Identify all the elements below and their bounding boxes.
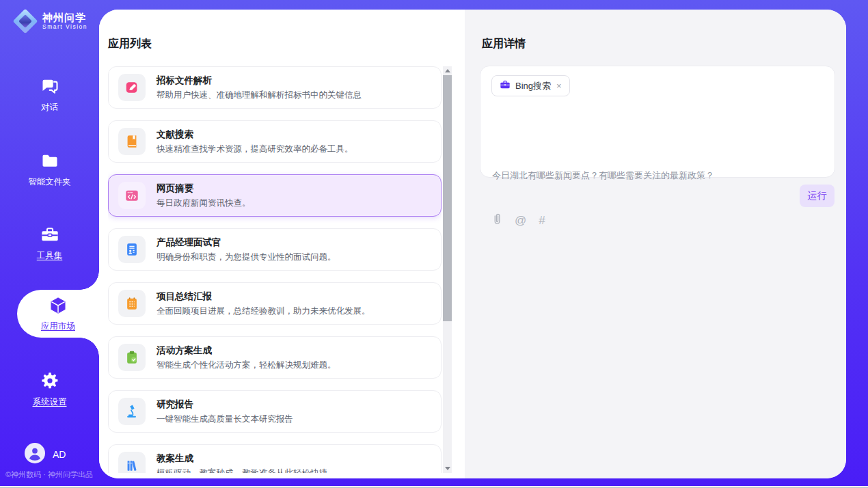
app-card-title: 文献搜索 — [157, 128, 353, 141]
sidebar-item-label: 工具集 — [37, 250, 63, 262]
app-card-pm-interviewer[interactable]: 产品经理面试官 明确身份和职责，为您提供专业性的面试问题。 — [108, 228, 442, 271]
app-list: 招标文件解析 帮助用户快速、准确地理解和解析招标书中的关键信息 文献搜索 — [108, 66, 442, 473]
app-list-title: 应用列表 — [108, 37, 152, 51]
app-card-desc: 每日政府新闻资讯快查。 — [157, 198, 251, 209]
app-list-scrollbar[interactable] — [443, 66, 452, 473]
app-card-title: 项目总结汇报 — [157, 290, 370, 303]
app-card-title: 招标文件解析 — [157, 74, 362, 87]
app-card-desc: 一键智能生成高质量长文本研究报告 — [157, 414, 293, 425]
app-card-title: 活动方案生成 — [157, 344, 336, 357]
at-icon[interactable]: @ — [515, 215, 526, 226]
doc-edit-icon — [118, 74, 146, 101]
sidebar-item-label: 对话 — [41, 102, 58, 113]
close-icon[interactable]: × — [556, 81, 562, 91]
user-account[interactable]: AD — [25, 443, 66, 466]
scrollbar-down-arrow[interactable] — [443, 464, 452, 473]
app-detail-title: 应用详情 — [482, 37, 526, 51]
chat-icon — [40, 77, 59, 98]
briefcase-icon — [500, 79, 511, 93]
books-icon — [118, 452, 146, 473]
notepad-icon — [118, 290, 146, 317]
avatar — [25, 443, 45, 466]
app-card-desc: 全面回顾项目进展，总结经验教训，助力未来优化发展。 — [157, 306, 370, 317]
sidebar-item-settings[interactable]: 系统设置 — [0, 371, 99, 408]
app-card-project-summary[interactable]: 项目总结汇报 全面回顾项目进展，总结经验教训，助力未来优化发展。 — [108, 282, 442, 325]
interview-doc-icon — [118, 236, 146, 263]
run-button[interactable]: 运行 — [800, 185, 835, 207]
tool-tag-bing-search[interactable]: Bing搜索 × — [491, 75, 570, 96]
app-card-title: 教案生成 — [157, 452, 327, 465]
sidebar-footer-credit: ©神州数码 · 神州问学出品 — [5, 470, 93, 480]
brand-subtitle: Smart Vision — [42, 24, 87, 30]
app-card-desc: 快速精准查找学术资源，提高研究效率的必备工具。 — [157, 144, 353, 155]
cube-icon — [49, 296, 68, 318]
paperclip-icon[interactable] — [492, 213, 502, 228]
sidebar-item-label: 应用市场 — [41, 321, 75, 332]
app-card-desc: 帮助用户快速、准确地理解和解析招标书中的关键信息 — [157, 90, 362, 101]
app-list-pane: 应用列表 招标文件解析 帮助用户快速、准确地理解和解析招标书中的关键信息 — [99, 10, 465, 478]
sidebar-item-label: 系统设置 — [33, 396, 67, 408]
composer-toolbar: @ # — [492, 213, 545, 228]
sidebar-item-toolset[interactable]: 工具集 — [0, 225, 99, 262]
tab-curve-top — [80, 271, 99, 290]
app-card-web-summary[interactable]: 网页摘要 每日政府新闻资讯快查。 — [108, 174, 442, 217]
app-card-event-plan[interactable]: 活动方案生成 智能生成个性化活动方案，轻松解决规划难题。 — [108, 336, 442, 379]
app-card-desc: 明确身份和职责，为您提供专业性的面试问题。 — [157, 252, 336, 263]
app-card-title: 网页摘要 — [157, 182, 251, 195]
microscope-icon — [118, 398, 146, 425]
app-shell: 神州问学 Smart Vision 对话 智能文件夹 — [0, 0, 868, 486]
brand-name: 神州问学 — [42, 12, 87, 23]
sidebar-active-tab: 应用市场 — [17, 290, 99, 338]
scrollbar-thumb[interactable] — [443, 75, 452, 321]
sidebar-item-chat[interactable]: 对话 — [0, 77, 99, 113]
sidebar-item-label: 智能文件夹 — [28, 176, 71, 188]
app-detail-pane: 应用详情 Bing搜索 × 今日湖北有哪些新闻要点？有哪些需要关注的最新政 — [465, 10, 846, 478]
brand-logo: 神州问学 Smart Vision — [14, 10, 87, 33]
folder-icon — [40, 151, 59, 173]
hash-icon[interactable]: # — [539, 215, 545, 226]
book-icon — [118, 128, 146, 155]
tab-curve-bottom — [80, 338, 99, 357]
gear-icon — [40, 371, 59, 393]
app-card-bid-doc-analysis[interactable]: 招标文件解析 帮助用户快速、准确地理解和解析招标书中的关键信息 — [108, 66, 442, 109]
brand-diamond-icon — [14, 10, 37, 33]
app-card-research-report[interactable]: 研究报告 一键智能生成高质量长文本研究报告 — [108, 390, 442, 433]
app-card-desc: 智能生成个性化活动方案，轻松解决规划难题。 — [157, 360, 336, 371]
clipboard-check-icon — [118, 344, 146, 371]
app-card-literature-search[interactable]: 文献搜索 快速精准查找学术资源，提高研究效率的必备工具。 — [108, 120, 442, 163]
sidebar-item-smart-folder[interactable]: 智能文件夹 — [0, 151, 99, 188]
sidebar-item-app-market[interactable]: 应用市场 — [17, 290, 99, 338]
app-card-title: 研究报告 — [157, 398, 293, 411]
user-initials: AD — [53, 449, 66, 460]
content-panel: 应用列表 招标文件解析 帮助用户快速、准确地理解和解析招标书中的关键信息 — [99, 10, 846, 478]
sidebar: 神州问学 Smart Vision 对话 智能文件夹 — [0, 0, 99, 486]
webpage-code-icon — [118, 182, 146, 209]
query-input-text[interactable]: 今日湖北有哪些新闻要点？有哪些需要关注的最新政策？ — [492, 169, 820, 182]
app-card-lesson-plan[interactable]: 教案生成 模板驱动，教案秒成，教学准备从此轻松快捷 — [108, 444, 442, 473]
app-card-desc: 模板驱动，教案秒成，教学准备从此轻松快捷 — [157, 467, 327, 474]
page-background: 神州问学 Smart Vision 对话 智能文件夹 — [0, 0, 868, 488]
toolbox-icon — [40, 225, 59, 247]
scrollbar-up-arrow[interactable] — [443, 66, 452, 75]
tool-tag-label: Bing搜索 — [515, 80, 551, 92]
app-card-title: 产品经理面试官 — [157, 236, 336, 249]
prompt-composer-card[interactable]: Bing搜索 × 今日湖北有哪些新闻要点？有哪些需要关注的最新政策？ @ # — [480, 66, 835, 178]
